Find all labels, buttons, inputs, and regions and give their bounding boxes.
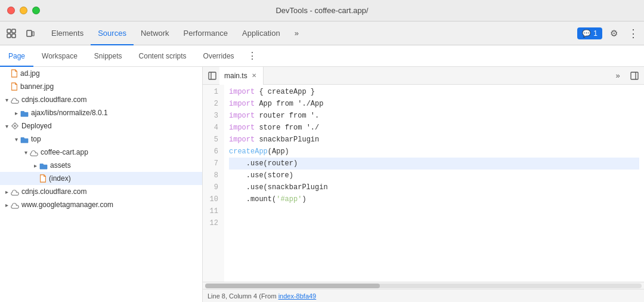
tree-item[interactable]: assets [0,159,202,172]
sub-tab-snippets[interactable]: Snippets [86,45,131,67]
code-content[interactable]: import { createApp } import App from './… [224,85,644,282]
tree-file-icon [11,187,19,196]
settings-icon[interactable]: ⚙ [605,24,623,42]
tree-file-icon [11,95,19,104]
code-tab-label: main.ts [224,72,247,80]
line-number: 5 [209,134,218,146]
line-number: 9 [209,181,218,193]
more-options-button[interactable]: ⋮ [625,25,642,42]
tree-item-label: banner.jpg [20,82,54,91]
status-position: Line 8, Column 4 [208,292,257,300]
tree-arrow-icon [2,202,11,208]
svg-rect-3 [12,34,16,38]
tree-arrow-icon [2,123,11,130]
tree-item-label: www.googletagmanager.com [21,201,113,209]
code-line: createApp(App) [229,146,639,158]
tree-item[interactable]: cdnjs.cloudflare.com [0,93,202,106]
tree-item-label: top [31,135,41,143]
file-tree-panel: ad.jpgbanner.jpgcdnjs.cloudflare.comajax… [0,67,203,302]
tab-more[interactable]: » [287,21,306,45]
tree-item-label: assets [50,161,71,170]
tree-item[interactable]: www.googletagmanager.com [0,198,202,211]
tree-item[interactable]: coffee-cart.app [0,146,202,159]
code-panel: main.ts ✕ » 123456789101112 import { cre… [203,67,644,302]
code-tabs-bar: main.ts ✕ » [203,67,644,85]
svg-rect-4 [27,30,32,36]
sub-tab-workspace[interactable]: Workspace [33,45,86,67]
code-line: import snackbarPlugin [229,134,639,146]
tab-application[interactable]: Application [235,21,287,45]
sub-toolbar-more[interactable]: ⋮ [244,48,261,64]
line-number: 2 [209,98,218,110]
panel-left-icon[interactable] [205,69,219,83]
maximize-button[interactable] [32,7,40,14]
tree-item-label: cdnjs.cloudflare.com [21,187,86,196]
status-source-link[interactable]: index-8bfa49 [278,292,317,300]
chat-count: 1 [593,29,597,38]
tree-item[interactable]: Deployed [0,119,202,132]
chat-badge[interactable]: 💬 1 [577,27,602,39]
tree-item-label: (index) [49,174,71,183]
tree-arrow-icon [12,110,20,116]
title-bar: DevTools - coffee-cart.app/ [0,0,644,21]
toolbar-left-icons [2,24,39,42]
tree-file-icon [30,148,38,157]
svg-rect-5 [32,32,34,36]
tab-performance[interactable]: Performance [177,21,235,45]
code-tab-main-ts[interactable]: main.ts ✕ [219,67,264,85]
tree-item[interactable]: cdnjs.cloudflare.com [0,185,202,198]
sub-tab-content-scripts[interactable]: Content scripts [131,45,195,67]
tree-file-icon [11,122,19,131]
svg-rect-10 [631,72,638,79]
code-scrollbar[interactable] [203,282,644,289]
window-title: DevTools - coffee-cart.app/ [275,6,368,15]
tree-item[interactable]: (index) [0,172,202,185]
svg-rect-2 [7,34,11,38]
code-line: .use(snackbarPlugin [229,181,639,193]
line-number: 12 [209,217,218,229]
code-line: import store from './ [229,122,639,134]
tree-file-icon [11,201,19,209]
main-content: ad.jpgbanner.jpgcdnjs.cloudflare.comajax… [0,67,644,302]
sub-tab-page[interactable]: Page [0,45,33,67]
code-tab-close[interactable]: ✕ [250,72,258,80]
tree-file-icon [39,174,47,183]
line-number: 7 [209,158,218,170]
window-controls [7,7,40,14]
code-line: .use(store) [229,170,639,181]
sub-tab-overrides[interactable]: Overrides [195,45,243,67]
tab-network[interactable]: Network [134,21,177,45]
tab-sources[interactable]: Sources [91,21,134,45]
minimize-button[interactable] [20,7,27,14]
svg-rect-0 [7,29,11,33]
code-tabs-right: » [611,69,642,83]
code-line: import router from '. [229,110,639,122]
tree-item[interactable]: top [0,132,202,146]
tree-item[interactable]: banner.jpg [0,80,202,93]
tree-file-icon [20,135,29,143]
close-button[interactable] [7,7,15,14]
code-area[interactable]: 123456789101112 import { createApp } imp… [203,85,644,282]
scrollbar-track[interactable] [205,283,642,288]
tree-arrow-icon [2,97,11,103]
svg-rect-8 [209,72,216,79]
tree-file-icon [11,82,18,91]
scrollbar-thumb[interactable] [205,283,380,288]
tab-elements[interactable]: Elements [44,21,91,45]
code-line: import { createApp } [229,86,639,98]
tree-item[interactable]: ad.jpg [0,67,202,80]
more-tabs-icon[interactable]: » [611,69,625,83]
line-number: 10 [209,193,218,205]
tree-arrow-icon [12,136,20,143]
inspect-icon[interactable] [2,24,20,42]
tree-arrow-icon [2,189,11,195]
line-number: 6 [209,146,218,158]
line-number: 11 [209,205,218,217]
device-icon[interactable] [21,24,39,42]
collapse-panel-icon[interactable] [627,69,642,83]
tree-item-label: Deployed [21,122,52,130]
tree-item[interactable]: ajax/libs/normalize/8.0.1 [0,106,202,119]
line-number: 4 [209,122,218,134]
code-line: import App from './App [229,98,639,110]
tree-arrow-icon [31,162,39,169]
